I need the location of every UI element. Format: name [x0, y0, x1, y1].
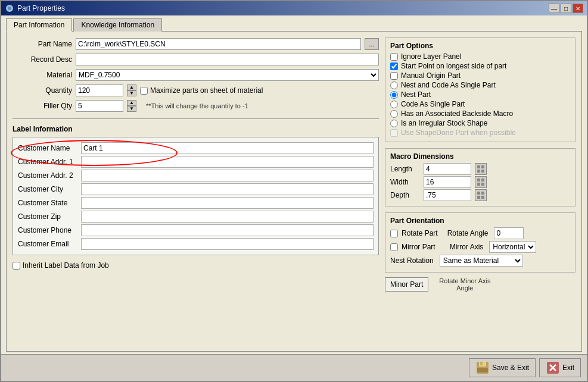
- customer-zip-input[interactable]: [81, 211, 374, 223]
- rotate-minor-axis-angle-label: Rotate Minor Axis Angle: [438, 277, 491, 292]
- macro-depth-btn[interactable]: [475, 189, 487, 201]
- start-point-checkbox[interactable]: [390, 62, 398, 70]
- inherit-row: Inherit Label Data from Job: [13, 261, 379, 270]
- customer-addr2-row: Customer Addr. 2: [18, 170, 374, 181]
- nest-rotation-select[interactable]: Same as Material None 90° 180° 270°: [440, 255, 523, 267]
- filler-qty-spinner: ▲ ▼: [127, 100, 136, 112]
- customer-phone-input[interactable]: [81, 224, 374, 236]
- customer-zip-row: Customer Zip: [18, 211, 374, 223]
- macro-width-input[interactable]: [424, 176, 471, 188]
- ignore-layer-checkbox[interactable]: [390, 53, 398, 61]
- shapedone-checkbox[interactable]: [390, 129, 398, 137]
- start-point-row: Start Point on longest side of part: [390, 62, 570, 70]
- manual-origin-checkbox[interactable]: [390, 72, 398, 80]
- tab-knowledge-information[interactable]: Knowledge Information: [73, 18, 162, 32]
- inherit-checkbox[interactable]: [13, 262, 20, 270]
- customer-name-input[interactable]: [81, 142, 374, 154]
- filler-qty-input[interactable]: [76, 100, 123, 112]
- save-exit-button[interactable]: Save & Exit: [469, 358, 536, 377]
- manual-origin-label: Manual Origin Part: [401, 71, 461, 80]
- customer-phone-label: Customer Phone: [18, 226, 77, 234]
- exit-icon: [546, 361, 560, 375]
- maximize-note: **This will change the quantity to -1: [146, 102, 248, 109]
- tab-bar: Part Information Knowledge Information: [6, 18, 582, 31]
- macro-length-input[interactable]: [424, 163, 471, 175]
- maximize-checkbox[interactable]: [140, 87, 148, 95]
- part-options-group: Part Options Ignore Layer Panel Start Po…: [385, 37, 575, 142]
- svg-rect-17: [477, 368, 488, 372]
- exit-label: Exit: [562, 364, 574, 372]
- tab-part-information[interactable]: Part Information: [6, 18, 72, 32]
- record-desc-input[interactable]: [76, 54, 379, 65]
- has-backside-label: Has an Associated Backside Macro: [401, 109, 513, 118]
- mirror-part-row: Mirror Part Mirror Axis Horizontal Verti…: [390, 241, 570, 253]
- svg-rect-9: [481, 183, 484, 186]
- customer-email-input[interactable]: [81, 238, 374, 250]
- code-as-single-radio[interactable]: [390, 101, 398, 108]
- customer-addr2-input[interactable]: [81, 170, 374, 181]
- material-label: Material: [13, 71, 72, 79]
- quantity-label: Quantity: [13, 86, 72, 95]
- mirror-axis-select[interactable]: Horizontal Vertical: [489, 241, 536, 253]
- macro-length-row: Length: [390, 163, 570, 175]
- macro-width-label: Width: [390, 178, 420, 186]
- rotate-part-row: Rotate Part Rotate Angle: [390, 227, 570, 239]
- macro-depth-input[interactable]: [424, 189, 471, 201]
- quantity-spinner: ▲ ▼: [127, 84, 136, 96]
- title-bar-buttons: — □ ✕: [549, 4, 583, 13]
- quantity-down[interactable]: ▼: [127, 90, 136, 96]
- mirror-part-label: Mirror Part: [402, 243, 435, 251]
- app-icon: [5, 4, 14, 13]
- label-fields: Customer Name Customer Addr. 1 Customer …: [13, 137, 379, 255]
- quantity-up[interactable]: ▲: [127, 84, 136, 90]
- macro-length-btn[interactable]: [475, 163, 487, 175]
- svg-rect-13: [481, 196, 484, 199]
- mirror-part-checkbox[interactable]: [390, 243, 398, 251]
- nest-part-radio[interactable]: [390, 91, 398, 99]
- quantity-row: Quantity ▲ ▼ Maximize parts on sheet of …: [13, 84, 379, 97]
- has-backside-radio[interactable]: [390, 110, 398, 118]
- part-name-input[interactable]: [76, 38, 361, 50]
- part-name-label: Part Name: [13, 40, 72, 48]
- material-select[interactable]: MDF_0.7500: [76, 69, 379, 81]
- save-icon: [475, 361, 490, 375]
- part-orientation-group: Part Orientation Rotate Part Rotate Angl…: [385, 212, 575, 273]
- customer-email-label: Customer Email: [18, 240, 77, 248]
- ignore-layer-row: Ignore Layer Panel: [390, 52, 570, 61]
- irregular-stock-radio[interactable]: [390, 120, 398, 127]
- title-bar-left: Part Properties: [5, 4, 65, 13]
- svg-point-1: [8, 7, 11, 10]
- maximize-button[interactable]: □: [561, 4, 571, 13]
- close-button[interactable]: ✕: [573, 4, 583, 13]
- macro-depth-label: Depth: [390, 191, 420, 199]
- label-section-title: Label Information: [13, 125, 379, 133]
- filler-qty-down[interactable]: ▼: [127, 106, 136, 112]
- quantity-input[interactable]: [76, 84, 123, 96]
- bottom-bar: Save & Exit Exit: [1, 354, 587, 381]
- nest-code-single-radio[interactable]: [390, 82, 398, 89]
- customer-addr1-input[interactable]: [81, 156, 374, 168]
- macro-width-btn[interactable]: [475, 176, 487, 188]
- exit-button[interactable]: Exit: [539, 358, 581, 377]
- customer-state-input[interactable]: [81, 197, 374, 209]
- filler-qty-up[interactable]: ▲: [127, 100, 136, 106]
- customer-city-input[interactable]: [81, 183, 374, 195]
- filler-qty-label: Filler Qty: [13, 102, 72, 110]
- code-as-single-row: Code As Single Part: [390, 100, 570, 108]
- minimize-button[interactable]: —: [549, 4, 559, 13]
- inherit-label: Inherit Label Data from Job: [23, 261, 109, 270]
- macro-depth-row: Depth: [390, 189, 570, 201]
- rotate-angle-input[interactable]: [494, 227, 524, 239]
- maximize-checkbox-label[interactable]: Maximize parts on sheet of material: [140, 86, 263, 95]
- filler-qty-row: Filler Qty ▲ ▼ **This will change the qu…: [13, 99, 379, 112]
- rotate-part-checkbox[interactable]: [390, 230, 398, 237]
- mirror-axis-label: Mirror Axis: [450, 243, 484, 251]
- browse-button[interactable]: ...: [365, 38, 379, 50]
- left-panel: Part Name ... Record Desc Material MDF_0…: [13, 37, 379, 345]
- macro-width-row: Width: [390, 176, 570, 188]
- customer-email-row: Customer Email: [18, 238, 374, 250]
- svg-rect-2: [477, 165, 480, 168]
- nest-rotation-label: Nest Rotation: [390, 256, 434, 265]
- filler-qty-field-group: ▲ ▼: [76, 100, 136, 112]
- shapedone-row: Use ShapeDone Part when possible: [390, 129, 570, 137]
